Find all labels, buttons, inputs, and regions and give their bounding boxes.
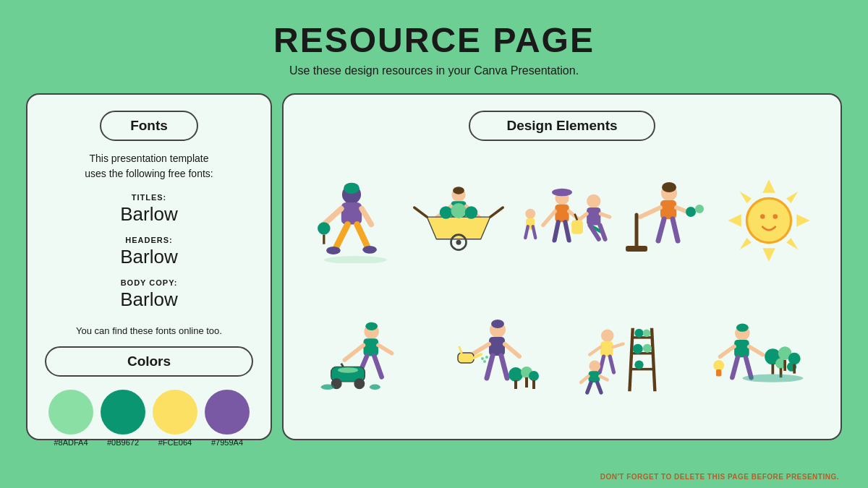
svg-line-28: [525, 226, 528, 238]
illustrations-grid: [304, 154, 820, 426]
svg-line-7: [357, 224, 367, 247]
svg-point-26: [525, 209, 535, 219]
svg-line-29: [533, 226, 536, 238]
page-title: RESOURCE PAGE: [273, 20, 595, 60]
illustration-person-plants: [692, 320, 821, 401]
svg-point-93: [483, 360, 486, 363]
illustration-family-gardening: [511, 182, 614, 258]
svg-line-52: [673, 219, 678, 241]
svg-rect-3: [341, 202, 362, 224]
svg-point-109: [643, 344, 652, 353]
color-swatch-teal: #0B9672: [101, 390, 145, 447]
svg-line-88: [501, 356, 507, 378]
svg-point-2: [344, 182, 359, 193]
svg-rect-141: [716, 369, 721, 376]
right-panel: Design Elements: [282, 93, 842, 440]
svg-point-20: [456, 240, 461, 245]
svg-marker-58: [762, 248, 775, 262]
fonts-description: This presentation templateuses the follo…: [85, 151, 213, 181]
svg-point-67: [773, 214, 778, 219]
svg-rect-54: [626, 246, 647, 252]
svg-rect-48: [660, 200, 676, 219]
svg-point-139: [742, 374, 803, 382]
svg-line-74: [375, 356, 382, 377]
illustrations-row-2: [304, 294, 820, 426]
svg-point-9: [362, 245, 377, 253]
svg-point-80: [321, 384, 335, 389]
swatch-0B9672: [101, 390, 145, 435]
svg-point-21: [440, 206, 453, 219]
font-entry-body: BODY COPY: Barlow: [45, 275, 253, 311]
footer-note-text: DON'T FORGET TO DELETE THIS PAGE BEFORE …: [600, 473, 839, 481]
svg-rect-89: [458, 353, 474, 363]
svg-line-119: [581, 376, 589, 382]
svg-line-91: [459, 347, 461, 353]
font-label-body: BODY COPY:: [121, 278, 178, 287]
svg-point-47: [662, 182, 676, 192]
svg-point-10: [318, 222, 330, 234]
svg-point-83: [491, 320, 504, 328]
svg-point-94: [485, 356, 488, 359]
svg-point-22: [451, 203, 467, 218]
svg-line-25: [490, 207, 503, 217]
main-container: Fonts This presentation templateuses the…: [0, 93, 868, 440]
svg-point-65: [746, 198, 791, 242]
svg-line-35: [554, 222, 558, 240]
svg-line-33: [543, 211, 556, 225]
color-swatch-green-light: #8ADFA4: [48, 390, 93, 447]
swatch-7959A4: [205, 390, 250, 435]
fonts-note: You can find these fonts online too.: [76, 325, 222, 336]
illustration-person-raking: [613, 177, 717, 264]
svg-line-87: [487, 356, 493, 378]
illustration-person-mowing: [304, 320, 433, 401]
svg-line-122: [597, 382, 601, 393]
svg-point-107: [643, 330, 651, 338]
svg-point-66: [760, 214, 765, 219]
svg-line-86: [505, 344, 519, 356]
svg-marker-64: [786, 238, 798, 249]
svg-line-71: [345, 345, 364, 360]
svg-point-77: [354, 378, 365, 389]
svg-point-55: [686, 207, 696, 217]
svg-line-129: [746, 357, 751, 377]
svg-marker-60: [796, 214, 810, 226]
color-swatch-yellow: #FCE064: [153, 390, 197, 447]
svg-rect-112: [600, 341, 613, 356]
svg-point-79: [338, 367, 358, 372]
svg-marker-61: [739, 191, 751, 202]
color-hex-FCE064: #FCE064: [158, 438, 192, 447]
svg-point-69: [366, 322, 378, 330]
illustration-person-planting: [304, 177, 407, 264]
svg-rect-137: [793, 364, 796, 373]
swatch-FCE064: [153, 390, 197, 435]
svg-line-36: [565, 222, 569, 240]
color-swatch-purple: #7959A4: [205, 390, 250, 447]
svg-point-23: [465, 206, 478, 219]
svg-point-110: [635, 360, 644, 369]
left-panel: Fonts This presentation templateuses the…: [26, 93, 272, 440]
svg-point-0: [324, 256, 387, 264]
svg-rect-136: [783, 360, 786, 371]
illustration-plant-shelf: [562, 322, 692, 398]
svg-line-4: [324, 208, 341, 224]
colors-row: #8ADFA4 #0B9672 #FCE064 #7959A4: [48, 390, 250, 447]
fonts-heading: Fonts: [100, 111, 198, 141]
svg-point-106: [635, 329, 644, 338]
svg-rect-32: [555, 205, 569, 223]
svg-point-31: [552, 189, 572, 197]
svg-rect-84: [489, 337, 505, 356]
svg-rect-99: [525, 377, 528, 388]
colors-heading: Colors: [45, 346, 253, 377]
svg-line-116: [610, 356, 614, 372]
color-hex-7959A4: #7959A4: [211, 438, 243, 447]
svg-point-95: [509, 367, 523, 382]
svg-line-49: [640, 207, 660, 217]
font-entry-titles: TITLES: Barlow: [45, 190, 253, 226]
svg-line-120: [600, 376, 608, 380]
svg-rect-41: [571, 221, 583, 234]
font-label-headers: HEADERS:: [125, 236, 172, 244]
svg-point-92: [481, 357, 484, 360]
svg-line-113: [590, 347, 601, 355]
swatch-8ADFA4: [48, 390, 93, 435]
svg-line-128: [732, 357, 737, 377]
